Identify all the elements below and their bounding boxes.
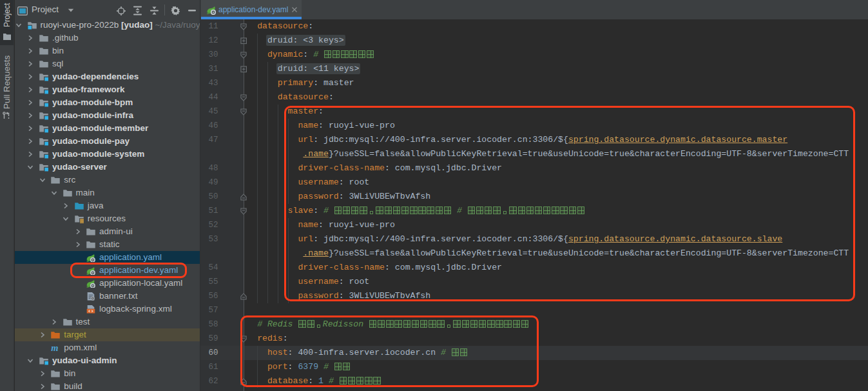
svg-text:m: m: [51, 343, 58, 352]
